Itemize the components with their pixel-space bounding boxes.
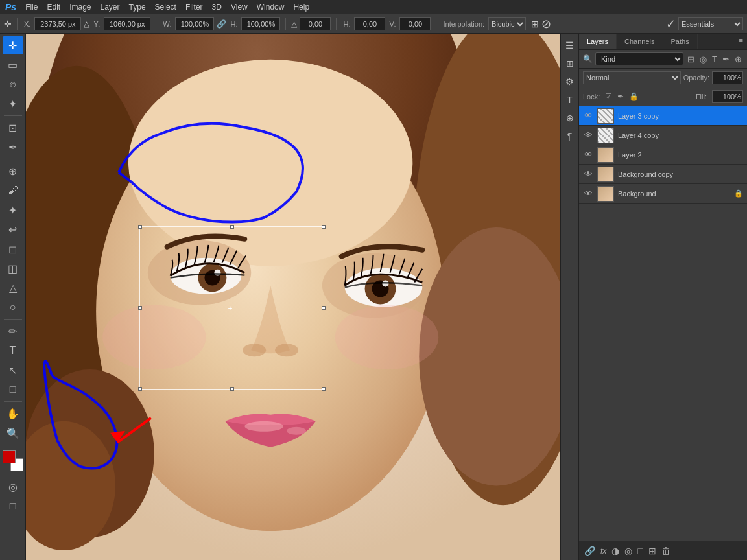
quick-mask-btn[interactable]: ◎ [3, 478, 23, 496]
delete-layer-icon[interactable]: 🗑 [661, 546, 670, 556]
lock-position-icon[interactable]: ✒ [617, 92, 624, 101]
adjustment-layer-icon[interactable]: ◎ [624, 546, 632, 556]
filter-icon-5[interactable]: ⊕ [733, 54, 743, 64]
mini-icon-6[interactable]: ¶ [562, 128, 578, 144]
h2-label: H: [342, 20, 351, 28]
filter-icon-2[interactable]: ◎ [698, 54, 708, 64]
layer-thumb-face-layer2 [598, 148, 613, 162]
pen-tool[interactable]: ✏ [3, 322, 23, 340]
fill-input[interactable] [712, 90, 743, 103]
tab-layers[interactable]: Layers [579, 34, 617, 49]
filter-icon-1[interactable]: ⊞ [686, 54, 696, 64]
mini-icon-4[interactable]: T [562, 92, 578, 108]
color-swatches[interactable] [3, 450, 23, 471]
mini-icon-5[interactable]: ⊕ [562, 110, 578, 126]
blur-tool[interactable]: △ [3, 279, 23, 297]
eyedropper-tool[interactable]: ✒ [3, 138, 23, 156]
workspace-select[interactable]: Essentials [678, 18, 743, 30]
layer-item-layer2[interactable]: 👁 Layer 2 [579, 145, 747, 165]
filter-icon-3[interactable]: T [711, 54, 718, 64]
menu-select[interactable]: Select [155, 3, 176, 12]
opacity-input[interactable] [712, 71, 743, 84]
lock-pixels-icon[interactable]: ☑ [605, 92, 612, 101]
marquee-tool[interactable]: ▭ [3, 56, 23, 74]
confirm-transform-icon[interactable]: ✓ [666, 17, 676, 31]
h2-input[interactable] [354, 18, 385, 30]
hand-tool[interactable]: ✋ [3, 404, 23, 423]
menu-file[interactable]: File [25, 3, 38, 12]
link-icon[interactable]: 🔗 [217, 19, 226, 29]
w-input[interactable] [175, 18, 214, 30]
menu-type[interactable]: Type [129, 3, 146, 12]
mini-icon-1[interactable]: ☰ [562, 38, 578, 53]
screen-mode-btn[interactable]: □ [3, 497, 23, 515]
gradient-tool[interactable]: ◫ [3, 259, 23, 277]
canvas-area[interactable]: + [26, 34, 560, 560]
x-input[interactable] [34, 18, 81, 30]
menu-3d[interactable]: 3D [212, 3, 222, 12]
add-mask-icon[interactable]: ◑ [611, 546, 619, 556]
warp-icon[interactable]: ⊞ [531, 19, 539, 29]
layer-item-layer4copy[interactable]: 👁 Layer 4 copy [579, 126, 747, 145]
layer-visibility-layer4copy[interactable]: 👁 [583, 130, 593, 140]
svg-point-19 [243, 344, 266, 356]
layer-item-bgcopy[interactable]: 👁 Background copy [579, 165, 747, 184]
menu-view[interactable]: View [231, 3, 248, 12]
left-toolbar: ✛ ▭ ⌾ ✦ ⊡ ✒ ⊕ 🖌 ✦ ↩ ◻ ◫ △ ○ ✏ T ↖ □ ✋ 🔍 … [0, 34, 26, 560]
filter-icon-4[interactable]: ✒ [721, 54, 731, 64]
layer-visibility-layer2[interactable]: 👁 [583, 150, 593, 159]
options-sep-4 [336, 18, 337, 30]
h-input[interactable] [241, 18, 280, 30]
crop-tool[interactable]: ⊡ [3, 119, 23, 137]
zoom-tool[interactable]: 🔍 [3, 424, 23, 442]
history-brush-tool[interactable]: ↩ [3, 220, 23, 239]
panel-options-icon[interactable]: ≡ [735, 34, 747, 49]
lasso-tool[interactable]: ⌾ [3, 75, 23, 93]
layer-item-layer3copy[interactable]: 👁 Layer 3 copy [579, 106, 747, 126]
shape-tool[interactable]: □ [3, 380, 23, 399]
lock-all-icon[interactable]: 🔒 [629, 92, 639, 101]
svg-point-13 [214, 270, 220, 276]
x-label: X: [23, 20, 32, 28]
eraser-tool[interactable]: ◻ [3, 240, 23, 258]
group-layers-icon[interactable]: □ [637, 546, 643, 556]
tool-separator-2 [4, 159, 22, 159]
link-layers-icon[interactable]: 🔗 [584, 546, 595, 556]
dodge-tool[interactable]: ○ [3, 298, 23, 316]
mini-icon-3[interactable]: ⚙ [562, 74, 578, 89]
y-input[interactable] [104, 18, 150, 30]
tab-channels[interactable]: Channels [617, 34, 663, 49]
v-input[interactable] [399, 18, 431, 30]
menu-window[interactable]: Window [257, 3, 285, 12]
interpolation-select[interactable]: Bicubic [488, 18, 526, 30]
mini-icon-2[interactable]: ⊞ [562, 56, 578, 71]
menu-image[interactable]: Image [69, 3, 91, 12]
layer-item-background[interactable]: 👁 Background 🔒 [579, 184, 747, 204]
angle-input[interactable] [300, 18, 331, 30]
h-label: H: [229, 20, 239, 28]
layer-visibility-layer3copy[interactable]: 👁 [583, 111, 593, 121]
tab-paths[interactable]: Paths [663, 34, 698, 49]
move-tool[interactable]: ✛ [3, 36, 23, 54]
new-layer-icon[interactable]: ⊞ [648, 546, 656, 556]
layer-visibility-background[interactable]: 👁 [583, 189, 593, 198]
text-tool[interactable]: T [3, 342, 23, 360]
menu-layer[interactable]: Layer [101, 3, 120, 12]
svg-point-18 [382, 281, 388, 287]
menu-edit[interactable]: Edit [47, 3, 60, 12]
brush-tool[interactable]: 🖌 [3, 181, 23, 200]
fx-icon[interactable]: fx [600, 546, 606, 555]
quick-select-tool[interactable]: ✦ [3, 95, 23, 113]
path-select-tool[interactable]: ↖ [3, 361, 23, 379]
filter-kind-select[interactable]: Kind [595, 52, 683, 65]
layer-visibility-bgcopy[interactable]: 👁 [583, 169, 593, 179]
menu-help[interactable]: Help [293, 3, 309, 12]
blend-mode-select[interactable]: Normal [583, 71, 681, 84]
cancel-transform-icon[interactable]: ⊘ [541, 17, 551, 31]
healing-brush-tool[interactable]: ⊕ [3, 162, 23, 180]
layer-thumb-face-bgcopy [598, 167, 613, 181]
clone-stamp-tool[interactable]: ✦ [3, 201, 23, 219]
layer-thumb-bgcopy [597, 167, 614, 182]
foreground-color-swatch[interactable] [3, 450, 16, 463]
menu-filter[interactable]: Filter [185, 3, 203, 12]
